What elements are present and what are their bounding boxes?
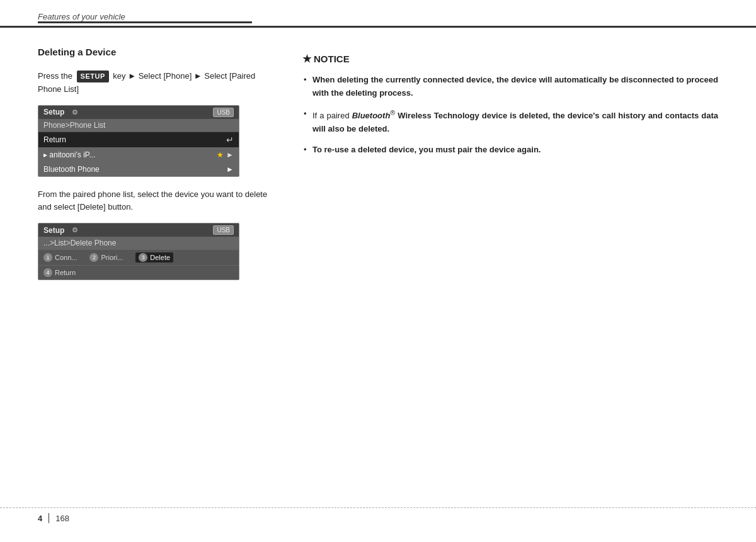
screen2-return-action-row: 4 Return	[38, 265, 239, 279]
screen1-item2-arrow-icon: ►	[226, 165, 234, 174]
bullet1-text: When deleting the currently connected de…	[312, 75, 718, 98]
right-column: ★ NOTICE When deleting the currently con…	[302, 47, 718, 291]
circle-num-1: 1	[43, 253, 52, 262]
screen2-action1: 1 Conn...	[43, 253, 77, 262]
notice-bullets: When deleting the currently connected de…	[302, 74, 718, 156]
screen1-breadcrumb: Phone>Phone List	[38, 119, 239, 132]
action3-label: Delete	[150, 254, 170, 261]
notice-bullet-2: If a paired Bluetooth® Wireless Technolo…	[302, 108, 718, 136]
screen1-usb-badge: USB	[213, 108, 234, 117]
arrow-right-icon: ►	[226, 150, 234, 159]
screen1-item2-label: Bluetooth Phone	[43, 165, 100, 174]
circle-num-3: 3	[139, 253, 147, 262]
footer-chapter: 4	[38, 514, 42, 523]
bullet3-text: To re-use a deleted device, you must pai…	[312, 145, 541, 154]
screen2-mockup: Setup ⚙ USB ...>List>Delete Phone 1 Conn…	[38, 223, 239, 280]
main-content: Deleting a Device Press the SETUP key ► …	[0, 28, 756, 291]
screen1-item1-label: ▸ anitooni’s iP...	[43, 150, 95, 159]
screen1-item2-row: Bluetooth Phone ►	[38, 162, 239, 176]
left-column: Deleting a Device Press the SETUP key ► …	[38, 47, 277, 291]
action2-label: Priori...	[101, 254, 123, 261]
page-footer: 4 168	[0, 507, 756, 523]
header-title: Features of your vehicle	[38, 12, 125, 21]
notice-star-icon: ★	[302, 53, 311, 65]
setup-badge: SETUP	[77, 71, 109, 83]
screen2-header: Setup ⚙ USB	[38, 223, 239, 237]
screen1-item1-row: ▸ anitooni’s iP... ★ ►	[38, 147, 239, 162]
notice-bullet-3: To re-use a deleted device, you must pai…	[302, 144, 718, 157]
notice-section: ★ NOTICE When deleting the currently con…	[302, 53, 718, 156]
page-header: Features of your vehicle	[0, 0, 756, 28]
screen1-item1-icons: ★ ►	[217, 150, 234, 159]
notice-title-text: NOTICE	[314, 54, 350, 64]
screen1-gear-icon: ⚙	[72, 108, 78, 116]
bullet2-pre: If a paired	[312, 111, 352, 120]
screen1-return-row: Return ↵	[38, 132, 239, 147]
action1-label: Conn...	[55, 254, 77, 261]
screen2-action-row: 1 Conn... 2 Priori... 3 Delete	[38, 249, 239, 265]
instruction-text: Press the SETUP key ► Select [Phone] ► S…	[38, 70, 277, 96]
screen2-action2: 2 Priori...	[89, 253, 123, 262]
screen2-header-label: Setup	[43, 226, 64, 235]
action4-label: Return	[55, 269, 76, 276]
footer-page: 168	[55, 514, 69, 523]
screen1-return-label: Return	[43, 135, 66, 144]
footer-divider	[49, 513, 49, 523]
screen2-action3: 3 Delete	[135, 252, 173, 263]
bluetooth-trademark: Bluetooth	[352, 111, 391, 120]
screen1-return-arrow-icon: ↵	[226, 135, 234, 145]
circle-num-2: 2	[89, 253, 98, 262]
from-text: From the paired phone list, select the d…	[38, 188, 277, 215]
instruction-pre: Press the	[38, 71, 72, 81]
star-icon: ★	[217, 150, 224, 159]
screen1-header: Setup ⚙ USB	[38, 106, 239, 119]
section-title: Deleting a Device	[38, 47, 277, 57]
screen2-breadcrumb: ...>List>Delete Phone	[38, 237, 239, 249]
circle-num-4: 4	[43, 268, 52, 277]
notice-title: ★ NOTICE	[302, 53, 718, 65]
screen1-header-label: Setup	[43, 108, 64, 116]
notice-bullet-1: When deleting the currently connected de…	[302, 74, 718, 100]
screen2-usb-badge: USB	[213, 225, 234, 235]
screen2-action4: 4 Return	[43, 268, 76, 277]
screen2-gear-icon: ⚙	[72, 226, 78, 234]
screen1-mockup: Setup ⚙ USB Phone>Phone List Return ↵ ▸ …	[38, 105, 239, 177]
header-underline	[38, 21, 252, 23]
